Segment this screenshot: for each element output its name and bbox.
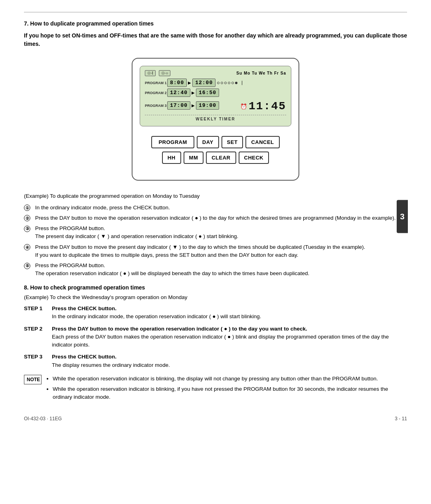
lcd-dot-fr bbox=[235, 82, 237, 84]
lcd-dots1: ▕ bbox=[217, 81, 242, 85]
lcd-big-time: 11:45 bbox=[249, 100, 286, 112]
lcd-program3-on: 17:00 bbox=[167, 101, 190, 110]
clear-button[interactable]: CLEAR bbox=[206, 152, 236, 164]
section8-title: 8. How to check programmed operation tim… bbox=[24, 284, 407, 291]
note-label: NOTE bbox=[24, 375, 42, 384]
step2-row: STEP 2 Press the DAY button to move the … bbox=[24, 325, 407, 349]
intro-text: If you hope to set ON-times and OFF-time… bbox=[24, 32, 407, 48]
lcd-program3-off: 19:00 bbox=[196, 101, 219, 110]
list-num-1: ① bbox=[24, 204, 35, 212]
step3-bold: Press the CHECK button. bbox=[52, 354, 117, 360]
lcd-arrow2: ▶ bbox=[192, 91, 195, 95]
list-content-4-sub: If you want to duplicate the times to mu… bbox=[35, 252, 298, 258]
step3-text: The display resumes the ordinary indicat… bbox=[52, 362, 170, 368]
list-content-1: In the ordinary indicator mode, press th… bbox=[35, 204, 407, 212]
list-num-2: ② bbox=[24, 214, 35, 222]
step1-bold: Press the CHECK button. bbox=[52, 305, 117, 311]
lcd-dot-sa-dash: ▕ bbox=[239, 81, 242, 85]
section7-title: 7. How to duplicate programmed operation… bbox=[24, 20, 407, 27]
list-num-4: ④ bbox=[24, 243, 35, 251]
step3-label: STEP 3 bbox=[24, 353, 52, 361]
step1-text: In the ordinary indicator mode, the oper… bbox=[52, 313, 261, 319]
lcd-program2-on: 12:40 bbox=[167, 89, 190, 97]
example-label: (Example) To duplicate the programmed op… bbox=[24, 192, 407, 201]
lcd-program1-label: PROGRAM 1 bbox=[145, 81, 167, 85]
note-item-1: While the operation reservation indicato… bbox=[53, 375, 407, 383]
footer: OI-432-03 · 11EG 3 - 11 bbox=[24, 416, 407, 421]
lcd-program2-label: PROGRAM 2 bbox=[145, 91, 167, 95]
lcd-program1-on: 8:00 bbox=[167, 79, 187, 87]
lcd-days: Su Mo Tu We Th Fr Sa bbox=[236, 71, 286, 75]
list-content-3-main: Press the PROGRAM button. bbox=[35, 225, 105, 231]
list-content-5-sub: The operation reservation indicator ( ● … bbox=[35, 270, 309, 276]
step2-text: Each press of the DAY button makes the o… bbox=[52, 334, 389, 348]
lcd-arrow3: ▶ bbox=[192, 103, 195, 108]
hh-button[interactable]: HH bbox=[162, 152, 181, 164]
list-item-4: ④ Press the DAY button to move the prese… bbox=[24, 243, 407, 260]
step2-content: Press the DAY button to move the operati… bbox=[52, 325, 407, 349]
day-button[interactable]: DAY bbox=[197, 136, 219, 148]
lcd-icons: ☉·I ☉·○ bbox=[145, 70, 170, 76]
lcd-icon1: ☉·I bbox=[145, 70, 156, 76]
lcd-arrow1: ▶ bbox=[188, 81, 191, 85]
note-item-2: While the operation reservation indicato… bbox=[53, 385, 407, 402]
section8-example: (Example) To check the Wednesday's progr… bbox=[24, 293, 407, 302]
mm-button[interactable]: MM bbox=[184, 152, 204, 164]
list-content-4-main: Press the DAY button to move the present… bbox=[35, 244, 365, 250]
list-content-3-sub: The present day indicator ( ▼ ) and oper… bbox=[35, 233, 238, 239]
list-content-2: Press the DAY button to move the operati… bbox=[35, 214, 407, 222]
list-num-5: ⑤ bbox=[24, 262, 35, 270]
page-tab: 3 bbox=[397, 200, 408, 233]
footer-right: 3 - 11 bbox=[395, 416, 407, 421]
check-button[interactable]: CHECK bbox=[239, 152, 269, 164]
buttons-panel: PROGRAM DAY SET CANCEL HH MM CLEAR CHECK bbox=[140, 132, 291, 171]
list-content-4: Press the DAY button to move the present… bbox=[35, 243, 407, 260]
lcd-dot-th bbox=[231, 82, 234, 84]
lcd-dot-mo bbox=[221, 82, 223, 84]
step3-content: Press the CHECK button. The display resu… bbox=[52, 353, 407, 369]
note-list: While the operation reservation indicato… bbox=[46, 375, 407, 404]
step2-label: STEP 2 bbox=[24, 325, 52, 333]
top-rule bbox=[24, 12, 407, 12]
step1-row: STEP 1 Press the CHECK button. In the or… bbox=[24, 305, 407, 321]
note-box: NOTE While the operation reservation ind… bbox=[24, 375, 407, 404]
lcd-weekly-timer: WEEKLY TIMER bbox=[145, 115, 286, 121]
lcd-dot-su bbox=[217, 82, 219, 84]
step2-bold: Press the DAY button to move the operati… bbox=[52, 326, 307, 332]
lcd-program1-off: 12:00 bbox=[192, 79, 216, 87]
device-illustration: ☉·I ☉·○ Su Mo Tu We Th Fr Sa PROGRAM 1 8… bbox=[24, 58, 407, 181]
step1-label: STEP 1 bbox=[24, 305, 52, 313]
clock-icon: ⏰ bbox=[240, 103, 247, 110]
lcd-program3-label: PROGRAM 3 bbox=[145, 104, 167, 108]
list-content-3: Press the PROGRAM button. The present da… bbox=[35, 224, 407, 241]
list-content-5: Press the PROGRAM button. The operation … bbox=[35, 262, 407, 278]
step3-row: STEP 3 Press the CHECK button. The displ… bbox=[24, 353, 407, 369]
list-num-3: ③ bbox=[24, 224, 35, 232]
list-item-1: ① In the ordinary indicator mode, press … bbox=[24, 204, 407, 212]
lcd-dot-tu bbox=[224, 82, 227, 84]
lcd-program3-row: PROGRAM 3 17:00 ▶ 19:00 bbox=[145, 101, 219, 110]
lcd-current-time: ⏰ 11:45 bbox=[240, 100, 286, 112]
step1-content: Press the CHECK button. In the ordinary … bbox=[52, 305, 407, 321]
device-outer: ☉·I ☉·○ Su Mo Tu We Th Fr Sa PROGRAM 1 8… bbox=[132, 58, 299, 181]
program-button[interactable]: PROGRAM bbox=[151, 136, 194, 148]
lcd-display: ☉·I ☉·○ Su Mo Tu We Th Fr Sa PROGRAM 1 8… bbox=[140, 66, 291, 126]
list-item-5: ⑤ Press the PROGRAM button. The operatio… bbox=[24, 262, 407, 278]
set-button[interactable]: SET bbox=[221, 136, 243, 148]
footer-left: OI-432-03 · 11EG bbox=[24, 416, 62, 421]
lcd-program2-off: 16:50 bbox=[196, 89, 219, 97]
list-item-3: ③ Press the PROGRAM button. The present … bbox=[24, 224, 407, 241]
cancel-button[interactable]: CANCEL bbox=[245, 136, 279, 148]
list-item-2: ② Press the DAY button to move the opera… bbox=[24, 214, 407, 222]
lcd-program3-time-row: PROGRAM 3 17:00 ▶ 19:00 ⏰ 11:45 bbox=[145, 98, 286, 112]
list-content-5-main: Press the PROGRAM button. bbox=[35, 262, 105, 268]
lcd-dot-we bbox=[228, 82, 230, 84]
buttons-row1: PROGRAM DAY SET CANCEL bbox=[143, 136, 288, 148]
lcd-icon2: ☉·○ bbox=[159, 70, 171, 76]
lcd-program1-row: PROGRAM 1 8:00 ▶ 12:00 ▕ bbox=[145, 79, 286, 87]
lcd-top-row: ☉·I ☉·○ Su Mo Tu We Th Fr Sa bbox=[145, 70, 286, 76]
buttons-row2: HH MM CLEAR CHECK bbox=[143, 152, 288, 164]
lcd-program2-row: PROGRAM 2 12:40 ▶ 16:50 bbox=[145, 89, 286, 97]
